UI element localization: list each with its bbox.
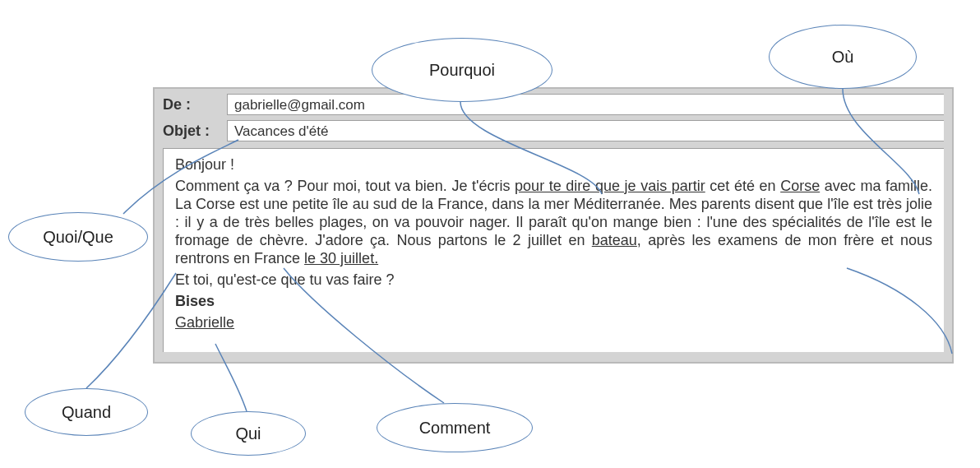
callout-pourquoi: Pourquoi	[372, 38, 552, 102]
diagram-stage: De : gabrielle@gmail.com Objet : Vacance…	[0, 0, 980, 468]
underline-quand: le 30 juillet.	[304, 250, 378, 266]
callout-quoi: Quoi/Que	[8, 212, 148, 262]
body-text: Comment ça va ? Pour moi, tout va bien. …	[175, 178, 515, 194]
underline-pourquoi: pour te dire que je vais partir	[515, 178, 705, 194]
callout-qui: Qui	[191, 411, 306, 456]
main-paragraph: Comment ça va ? Pour moi, tout va bien. …	[175, 177, 932, 267]
body-text: cet été en	[705, 178, 780, 194]
question-line: Et toi, qu'est-ce que tu vas faire ?	[175, 271, 932, 289]
email-panel: De : gabrielle@gmail.com Objet : Vacance…	[153, 87, 954, 364]
callout-comment: Comment	[377, 403, 533, 452]
callout-ou: Où	[769, 25, 917, 89]
underline-qui: Gabrielle	[175, 314, 234, 331]
underline-ou: Corse	[780, 178, 820, 194]
subject-label: Objet :	[163, 123, 227, 140]
underline-comment: bateau	[592, 232, 637, 248]
greeting: Bonjour !	[175, 155, 932, 174]
subject-field: Vacances d'été	[227, 120, 944, 141]
signature: Gabrielle	[175, 313, 932, 331]
from-row: De : gabrielle@gmail.com	[155, 89, 952, 115]
subject-row: Objet : Vacances d'été	[155, 115, 952, 141]
closing: Bises	[175, 292, 932, 310]
from-label: De :	[163, 96, 227, 114]
callout-quand: Quand	[25, 388, 148, 436]
email-body: Bonjour ! Comment ça va ? Pour moi, tout…	[163, 148, 944, 352]
from-field: gabrielle@gmail.com	[227, 94, 944, 115]
